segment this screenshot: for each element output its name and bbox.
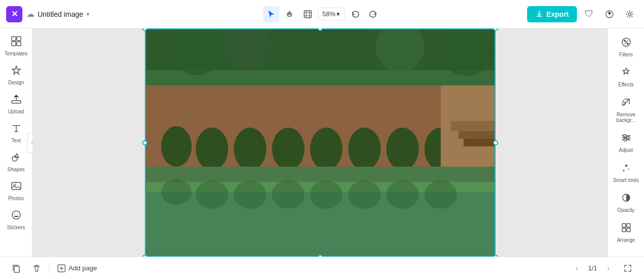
- filters-label: Filters: [619, 52, 633, 57]
- cloud-icon: ☁: [26, 9, 35, 19]
- redo-icon: [369, 10, 378, 19]
- svg-rect-4: [12, 37, 16, 41]
- help-button[interactable]: [601, 6, 618, 22]
- frame-icon: [303, 10, 312, 19]
- right-tool-arrange[interactable]: Arrange: [611, 218, 641, 247]
- copy-button[interactable]: [8, 260, 24, 276]
- svg-point-34: [348, 180, 381, 209]
- sidebar-item-text[interactable]: Text: [2, 119, 30, 146]
- undo-icon: [350, 10, 359, 19]
- handle-top-right[interactable]: [493, 28, 498, 31]
- svg-point-11: [14, 184, 16, 186]
- select-tool-button[interactable]: [263, 6, 279, 22]
- sidebar-item-photos[interactable]: Photos: [2, 177, 30, 204]
- cursor-icon: [266, 10, 275, 19]
- right-tool-opacity[interactable]: Opacity: [611, 188, 641, 217]
- frame-tool-button[interactable]: [299, 6, 316, 22]
- svg-point-48: [627, 43, 629, 45]
- right-sidebar: Filters Effects Remove backgr... Adjust …: [607, 28, 644, 257]
- smart-tools-label: Smart tools: [613, 177, 639, 183]
- handle-bottom-middle[interactable]: [318, 255, 323, 257]
- svg-point-2: [609, 16, 609, 16]
- adjust-icon: [621, 132, 632, 146]
- svg-point-18: [196, 128, 228, 170]
- handle-bottom-left[interactable]: [142, 255, 147, 257]
- add-page-icon: [57, 264, 66, 272]
- text-label: Text: [11, 138, 20, 143]
- effects-label: Effects: [618, 82, 633, 87]
- help-icon: [605, 10, 614, 19]
- svg-point-32: [272, 180, 304, 209]
- svg-point-21: [310, 128, 343, 170]
- document-title[interactable]: Untitled image: [38, 10, 83, 18]
- stickers-icon: [11, 209, 22, 223]
- title-chevron-icon[interactable]: ▾: [86, 11, 89, 18]
- svg-point-50: [626, 137, 629, 139]
- topbar: ✕ ☁ Untitled image ▾ 58% ▾ Export 🛡: [0, 0, 644, 28]
- upload-label: Upload: [8, 109, 24, 114]
- right-tool-effects[interactable]: Effects: [611, 63, 641, 91]
- prev-page-button[interactable]: ‹: [570, 261, 584, 275]
- svg-rect-53: [622, 224, 626, 227]
- hand-tool-button[interactable]: [281, 6, 297, 22]
- copy-icon: [12, 264, 21, 273]
- expand-icon: [624, 264, 632, 272]
- smart-tools-icon: [621, 162, 632, 176]
- svg-rect-7: [17, 42, 21, 46]
- undo-button[interactable]: [347, 6, 363, 22]
- zoom-control[interactable]: 58% ▾: [318, 8, 345, 20]
- trash-icon: [32, 264, 41, 273]
- svg-rect-10: [12, 182, 21, 190]
- svg-rect-57: [14, 266, 19, 272]
- handle-left-middle[interactable]: [142, 140, 147, 145]
- next-page-button[interactable]: ›: [601, 261, 616, 275]
- templates-icon: [11, 36, 22, 49]
- sidebar-item-design[interactable]: Design: [2, 61, 30, 88]
- templates-label: Templates: [5, 51, 28, 56]
- svg-point-49: [623, 135, 626, 137]
- add-page-button[interactable]: Add page: [53, 262, 101, 274]
- delete-button[interactable]: [28, 260, 45, 276]
- canvas-image[interactable]: [145, 28, 496, 257]
- sidebar-item-shapes[interactable]: Shapes: [2, 148, 30, 175]
- design-label: Design: [8, 80, 24, 85]
- shield-button[interactable]: 🛡: [581, 6, 597, 22]
- remove-bg-label: Remove backgr...: [613, 112, 639, 123]
- sidebar-item-upload[interactable]: Upload: [2, 90, 30, 117]
- svg-rect-6: [12, 42, 16, 46]
- svg-rect-39: [458, 131, 496, 139]
- svg-point-31: [234, 180, 266, 209]
- photos-label: Photos: [8, 196, 24, 201]
- redo-button[interactable]: [365, 6, 381, 22]
- sidebar-item-templates[interactable]: Templates: [2, 33, 30, 59]
- right-tool-remove-bg[interactable]: Remove backgr...: [611, 92, 641, 127]
- zoom-chevron: ▾: [336, 10, 340, 18]
- handle-bottom-right[interactable]: [493, 255, 498, 257]
- svg-point-30: [196, 180, 228, 209]
- add-page-label: Add page: [69, 264, 97, 272]
- svg-rect-0: [304, 11, 311, 18]
- upload-icon: [11, 94, 22, 107]
- right-tool-filters[interactable]: Filters: [611, 33, 641, 61]
- design-icon: [11, 65, 22, 78]
- canvas-area[interactable]: Custom ▲ ✕ ✓ Custom ✓ Origin: [33, 28, 607, 257]
- shapes-icon: [11, 151, 22, 165]
- svg-rect-5: [17, 37, 21, 41]
- svg-rect-38: [451, 121, 496, 131]
- arrange-icon: [621, 222, 632, 236]
- sidebar-item-stickers[interactable]: Stickers: [2, 206, 30, 233]
- expand-button[interactable]: [620, 260, 636, 276]
- svg-point-19: [234, 128, 266, 170]
- settings-button[interactable]: [622, 6, 638, 22]
- handle-right-middle[interactable]: [493, 140, 498, 145]
- handle-top-left[interactable]: [142, 28, 147, 31]
- svg-point-35: [386, 180, 419, 209]
- adjust-label: Adjust: [619, 147, 633, 153]
- svg-rect-55: [622, 228, 626, 232]
- right-tool-adjust[interactable]: Adjust: [611, 128, 641, 157]
- right-tool-smart-tools[interactable]: Smart tools: [611, 158, 641, 187]
- app-logo[interactable]: ✕: [6, 6, 22, 22]
- export-button[interactable]: Export: [527, 6, 577, 22]
- main-layout: Templates Design Upload Text Shapes: [0, 28, 644, 257]
- export-label: Export: [546, 10, 569, 18]
